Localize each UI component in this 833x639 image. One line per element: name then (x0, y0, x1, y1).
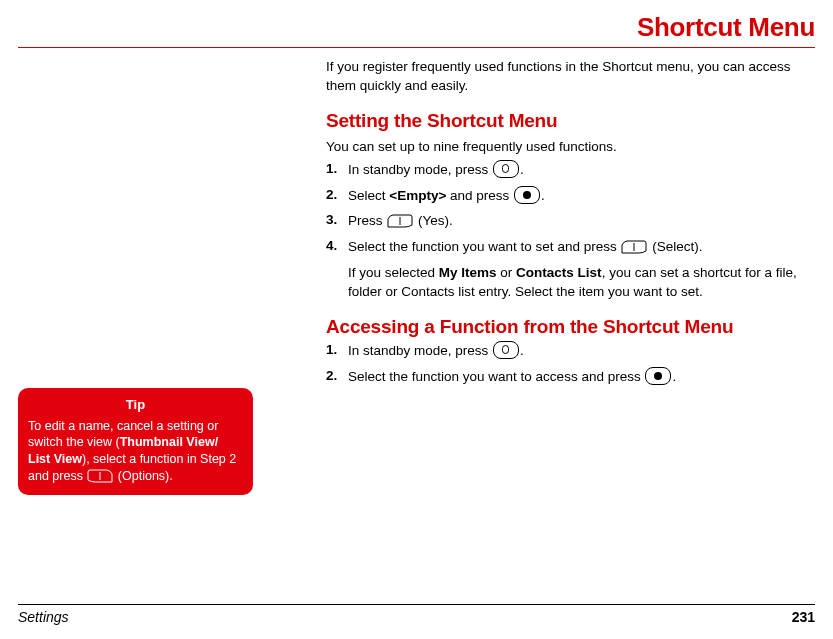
list-item: 2. Select the function you want to acces… (326, 368, 815, 387)
tip-body: To edit a name, cancel a setting or swit… (28, 418, 243, 486)
footer-section-name: Settings (18, 609, 69, 625)
tip-box: Tip To edit a name, cancel a setting or … (18, 388, 253, 495)
center-key-icon (645, 367, 671, 385)
list-item: 2. Select <Empty> and press . (326, 187, 815, 206)
center-key-icon (514, 186, 540, 204)
tip-heading: Tip (28, 396, 243, 414)
step-body: Press (Yes). (348, 212, 815, 231)
step-text: Select the function you want to access a… (348, 369, 644, 384)
step-text: Press (348, 213, 386, 228)
note-text: If you selected (348, 265, 439, 280)
note-bold: Contacts List (516, 265, 602, 280)
step-number: 3. (326, 212, 348, 227)
page-title: Shortcut Menu (18, 12, 815, 48)
section-subtext: You can set up to nine frequently used f… (326, 138, 815, 157)
steps-list-setting: 1. In standby mode, press . 2. Select <E… (326, 161, 815, 258)
step-body: Select the function you want to access a… (348, 368, 815, 387)
steps-list-accessing: 1. In standby mode, press . 2. Select th… (326, 342, 815, 387)
step-body: Select <Empty> and press . (348, 187, 815, 206)
intro-paragraph: If you register frequently used function… (326, 58, 815, 96)
tip-text: (Options). (114, 469, 172, 483)
step-text: and press (446, 188, 513, 203)
sidebar-column: Tip To edit a name, cancel a setting or … (18, 58, 318, 495)
step-text: In standby mode, press (348, 343, 492, 358)
nav-key-icon (493, 160, 519, 178)
list-item: 4. Select the function you want to set a… (326, 238, 815, 257)
step-text: . (672, 369, 676, 384)
step-bold: <Empty> (389, 188, 446, 203)
list-item: 3. Press (Yes). (326, 212, 815, 231)
nav-key-icon (493, 341, 519, 359)
step-body: Select the function you want to set and … (348, 238, 815, 257)
section-heading-accessing: Accessing a Function from the Shortcut M… (326, 316, 815, 338)
footer-page-number: 231 (792, 609, 815, 625)
step-number: 2. (326, 187, 348, 202)
softkey-left-icon (621, 240, 647, 254)
step-text: Select the function you want to set and … (348, 239, 620, 254)
step-text: In standby mode, press (348, 162, 492, 177)
section-heading-setting: Setting the Shortcut Menu (326, 110, 815, 132)
step-number: 2. (326, 368, 348, 383)
step-text: (Select). (648, 239, 702, 254)
step-text: Select (348, 188, 389, 203)
step-body: In standby mode, press . (348, 342, 815, 361)
step-note: If you selected My Items or Contacts Lis… (348, 264, 815, 302)
step-text: . (520, 162, 524, 177)
softkey-left-icon (387, 214, 413, 228)
step-text: . (520, 343, 524, 358)
step-number: 1. (326, 342, 348, 357)
step-text: . (541, 188, 545, 203)
list-item: 1. In standby mode, press . (326, 161, 815, 180)
list-item: 1. In standby mode, press . (326, 342, 815, 361)
step-number: 4. (326, 238, 348, 253)
note-text: or (497, 265, 517, 280)
softkey-right-icon (87, 469, 113, 483)
step-text: (Yes). (414, 213, 453, 228)
step-number: 1. (326, 161, 348, 176)
page-footer: Settings 231 (18, 604, 815, 625)
note-bold: My Items (439, 265, 497, 280)
main-column: If you register frequently used function… (318, 58, 815, 394)
step-body: In standby mode, press . (348, 161, 815, 180)
